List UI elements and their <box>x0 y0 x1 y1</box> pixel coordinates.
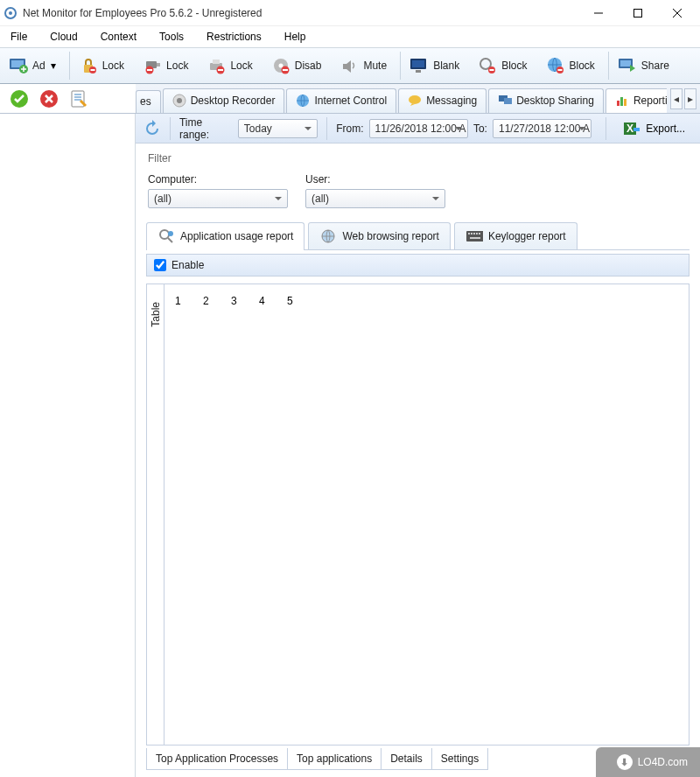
tab-internet-control[interactable]: Internet Control <box>286 88 396 113</box>
to-datebox[interactable]: 11/27/2018 12:00 A <box>493 119 592 138</box>
toolbar-lock-2[interactable]: Lock <box>136 51 194 80</box>
tab-keylogger[interactable]: Keylogger report <box>454 222 578 249</box>
svg-text:X: X <box>626 122 634 135</box>
maximize-button[interactable] <box>618 1 657 25</box>
menu-cloud[interactable]: Cloud <box>45 29 82 45</box>
svg-rect-35 <box>620 60 631 66</box>
refresh-button[interactable] <box>143 119 161 138</box>
export-button[interactable]: X Export... <box>615 117 693 140</box>
svg-rect-25 <box>412 60 424 67</box>
app-icon <box>4 6 18 20</box>
tab-desktop-recorder[interactable]: Desktop Recorder <box>163 88 285 113</box>
svg-rect-30 <box>490 69 494 71</box>
computer-label: Computer: <box>148 173 288 186</box>
tab-prev[interactable]: ◂ <box>670 88 682 109</box>
menu-restrictions[interactable]: Restrictions <box>201 29 267 45</box>
toolbar-add[interactable]: Ad ▾ <box>2 51 62 80</box>
col-5[interactable]: 5 <box>287 295 296 307</box>
report-tabs: Application usage report Web browsing re… <box>146 222 690 250</box>
edit-button[interactable] <box>66 87 91 111</box>
user-combo[interactable]: (all) <box>305 189 445 208</box>
svg-rect-60 <box>471 233 472 234</box>
col-2[interactable]: 2 <box>203 295 212 307</box>
tab-next[interactable]: ▸ <box>684 88 696 109</box>
decline-button[interactable] <box>37 87 61 111</box>
menu-tools[interactable]: Tools <box>154 29 189 45</box>
svg-point-45 <box>409 95 421 104</box>
svg-rect-23 <box>283 69 288 71</box>
time-range-label: Time range: <box>179 116 233 141</box>
tab-reporting[interactable]: Reporting <box>606 88 667 113</box>
toolbar-blank-label: Blank <box>433 60 459 72</box>
speaker-mute-icon <box>339 55 360 76</box>
accept-button[interactable] <box>7 87 32 111</box>
menu-file[interactable]: File <box>5 29 32 45</box>
bottom-tab-settings[interactable]: Settings <box>432 748 488 770</box>
monitor-blank-icon <box>409 55 430 76</box>
svg-rect-62 <box>476 233 478 234</box>
bar-chart-icon <box>615 94 629 108</box>
svg-point-1 <box>9 11 12 15</box>
from-datebox[interactable]: 11/26/2018 12:00 A <box>369 119 468 138</box>
table-content: 1 2 3 4 5 <box>164 284 689 745</box>
toolbar-lock-1[interactable]: Lock <box>72 51 130 80</box>
svg-rect-58 <box>466 231 483 242</box>
toolbar-lock-3-label: Lock <box>230 60 252 72</box>
tab-app-usage[interactable]: Application usage report <box>146 222 304 249</box>
bottom-tab-top-processes[interactable]: Top Application Processes <box>146 748 288 770</box>
tab-web-browsing[interactable]: Web browsing report <box>308 222 451 249</box>
minimize-button[interactable] <box>578 1 618 25</box>
svg-rect-38 <box>72 91 84 107</box>
toolbar-block-1[interactable]: Block <box>471 51 533 80</box>
col-1[interactable]: 1 <box>175 295 184 307</box>
user-label: User: <box>305 173 445 186</box>
monitor-add-icon <box>8 55 29 76</box>
bottom-tab-details[interactable]: Details <box>382 748 432 770</box>
excel-icon: X <box>623 121 640 136</box>
window-title: Net Monitor for Employees Pro 5.6.2 - Un… <box>23 7 578 19</box>
tab-messaging[interactable]: Messaging <box>398 88 486 113</box>
right-panel: Time range: Today From: 11/26/2018 12:00… <box>136 114 700 777</box>
tab-partial[interactable]: es <box>136 90 161 113</box>
svg-rect-61 <box>473 233 475 234</box>
sep <box>606 117 606 140</box>
menu-context[interactable]: Context <box>95 29 142 45</box>
toolbar-disable[interactable]: Disab <box>264 51 328 80</box>
printer-lock-icon <box>206 55 227 76</box>
toolbar-blank[interactable]: Blank <box>402 51 466 80</box>
secondary-row: es Desktop Recorder Internet Control Mes… <box>0 84 700 114</box>
globe-icon <box>296 94 310 108</box>
tab-desktop-sharing[interactable]: Desktop Sharing <box>488 88 604 113</box>
toolbar-block-2[interactable]: Block <box>539 51 601 80</box>
col-4[interactable]: 4 <box>259 295 268 307</box>
time-range-combo[interactable]: Today <box>238 119 318 138</box>
close-button[interactable] <box>657 1 696 25</box>
monitors-icon <box>498 94 512 108</box>
toolbar-mute-label: Mute <box>363 60 387 72</box>
toolbar-block-2-label: Block <box>570 60 595 72</box>
computer-combo[interactable]: (all) <box>148 189 288 208</box>
export-label: Export... <box>646 122 685 135</box>
menu-help[interactable]: Help <box>279 29 312 45</box>
padlock-icon <box>78 55 99 76</box>
chat-icon <box>408 94 422 108</box>
from-label: From: <box>336 122 363 135</box>
svg-rect-47 <box>504 98 512 104</box>
enable-checkbox[interactable] <box>154 259 166 271</box>
toolbar-share[interactable]: Share <box>611 51 676 80</box>
bottom-tab-top-apps[interactable]: Top applications <box>288 748 382 770</box>
toolbar-disable-label: Disab <box>295 60 322 72</box>
toolbar-lock-3[interactable]: Lock <box>200 51 258 80</box>
table-vtab[interactable]: Table <box>147 284 164 745</box>
monitor-share-icon <box>617 55 638 76</box>
toolbar-lock-1-label: Lock <box>102 60 124 72</box>
svg-rect-3 <box>634 9 641 17</box>
toolbar-lock-2-label: Lock <box>166 60 188 72</box>
svg-rect-48 <box>617 101 620 106</box>
toolbar-mute[interactable]: Mute <box>332 51 393 80</box>
search-app-icon <box>158 228 175 244</box>
col-3[interactable]: 3 <box>231 295 240 307</box>
svg-rect-17 <box>213 60 220 64</box>
globe-block-icon <box>545 55 566 76</box>
menubar: File Cloud Context Tools Restrictions He… <box>0 26 700 47</box>
